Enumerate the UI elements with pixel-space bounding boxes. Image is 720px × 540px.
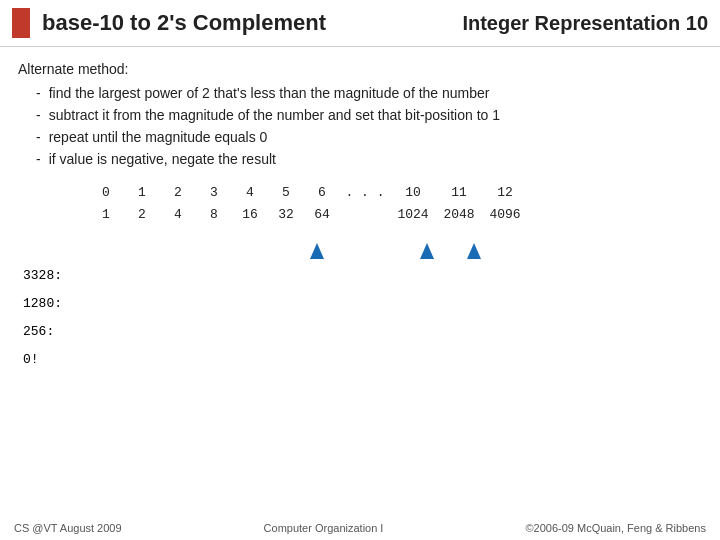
bit-position-row: 0 1 2 3 4 5 6 . . . 10 11 12 set bit: [88, 181, 702, 203]
content-area: Alternate method: find the largest power…: [0, 47, 720, 379]
bullet-1: find the largest power of 2 that's less …: [36, 85, 702, 101]
bp-12: 12: [482, 185, 528, 200]
bp-4: 4: [232, 185, 268, 200]
footer-left: CS @VT August 2009: [14, 522, 122, 534]
header-accent: [12, 8, 30, 38]
bp-11: 11: [436, 185, 482, 200]
page-title: base-10 to 2's Complement: [42, 10, 462, 36]
pwr-3: 8: [196, 207, 232, 222]
label-1280: 1280:: [23, 296, 62, 311]
int-rep-label: Integer Representation 10: [462, 12, 708, 35]
bp-10: 10: [390, 185, 436, 200]
pwr-1: 2: [124, 207, 160, 222]
pwr-6: 64: [304, 207, 340, 222]
pwr-0: 1: [88, 207, 124, 222]
footer-right: ©2006-09 McQuain, Feng & Ribbens: [525, 522, 706, 534]
pwr-2: 4: [160, 207, 196, 222]
label-256: 256:: [23, 324, 54, 339]
pwr-12: 4096: [482, 207, 528, 222]
row-3328: 3328: 11: [88, 263, 702, 287]
footer: CS @VT August 2009 Computer Organization…: [0, 522, 720, 534]
bullet-2: subtract it from the magnitude of the nu…: [36, 107, 702, 123]
arrows-row: [88, 227, 702, 259]
pwr-5: 32: [268, 207, 304, 222]
header: base-10 to 2's Complement Integer Repres…: [0, 0, 720, 47]
label-zero: 0!: [23, 352, 39, 367]
dots: . . .: [340, 185, 390, 200]
bp-5: 5: [268, 185, 304, 200]
bp-3: 3: [196, 185, 232, 200]
row-1280: 1280: 10: [88, 291, 702, 315]
label-3328: 3328:: [23, 268, 62, 283]
pwr-11: 2048: [436, 207, 482, 222]
footer-center: Computer Organization I: [264, 522, 384, 534]
bp-2: 2: [160, 185, 196, 200]
row-256: 256: 8: [88, 319, 702, 343]
bullet-3: repeat until the magnitude equals 0: [36, 129, 702, 145]
alt-method-label: Alternate method:: [18, 61, 702, 77]
bp-0: 0: [88, 185, 124, 200]
row-zero: 0!: [88, 347, 702, 371]
pwr-4: 16: [232, 207, 268, 222]
bp-1: 1: [124, 185, 160, 200]
powers-row: 1 2 4 8 16 32 64 1024 2048 4096: [88, 203, 702, 225]
arrow-bit10: [420, 243, 434, 259]
bullet-4: if value is negative, negate the result: [36, 151, 702, 167]
arrow-bit11: [467, 243, 481, 259]
diagram-area: 0 1 2 3 4 5 6 . . . 10 11 12 set bit 1 2…: [88, 181, 702, 371]
arrow-bit6: [310, 243, 324, 259]
bullet-list: find the largest power of 2 that's less …: [36, 85, 702, 167]
bp-6: 6: [304, 185, 340, 200]
pwr-10: 1024: [390, 207, 436, 222]
